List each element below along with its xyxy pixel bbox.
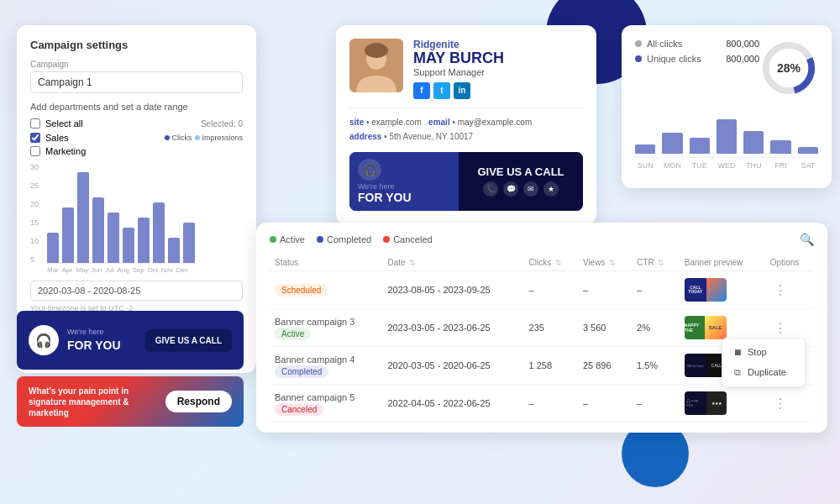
profile-banner-left: 🎧 We're here FOR YOU xyxy=(349,152,459,211)
ctr-cell: – xyxy=(632,271,680,309)
stop-option[interactable]: ⏹ Stop xyxy=(722,342,805,362)
bar-10 xyxy=(183,223,195,263)
impressions-badge: Impressions xyxy=(195,134,243,142)
date-cell: 2023-03-05 - 2023-06-25 xyxy=(382,309,523,347)
legend-active: Active xyxy=(270,234,305,244)
table-legend: Active Completed Canceled 🔍 xyxy=(270,233,814,246)
table-row: Scheduled 2023-08-05 - 2023-09-25 – – – … xyxy=(270,271,814,309)
status-cell: Scheduled xyxy=(270,271,382,309)
profile-avatar xyxy=(349,39,403,92)
bar-9 xyxy=(168,238,180,263)
canceled-label: Canceled xyxy=(393,234,432,244)
give-us-call-text: GIVE US A CALL xyxy=(477,165,564,178)
chart-y-labels: 30252015105 xyxy=(30,163,39,264)
status-badge: Active xyxy=(275,328,311,340)
select-all-label: Select all xyxy=(45,118,83,129)
col-date: Date ⇅ xyxy=(382,255,523,271)
col-options: Options xyxy=(765,255,814,271)
call-icon-3: ✉ xyxy=(523,181,538,197)
date-cell: 2020-03-05 - 2020-06-25 xyxy=(382,347,523,385)
profile-banner-right: GIVE US A CALL 📞 💬 ✉ ★ xyxy=(459,152,583,211)
profile-headset-icon: 🎧 xyxy=(358,159,381,181)
options-button[interactable]: ⋮ xyxy=(770,394,790,413)
table-search-icon[interactable]: 🔍 xyxy=(800,233,814,246)
chart-x-labels: MarAprMayJunJulAugSepOctNovDec xyxy=(47,266,181,274)
linkedin-icon[interactable]: in xyxy=(454,82,470,99)
bar-3 xyxy=(77,172,89,263)
analytics-card: All clicks 800,000 Unique clicks 800,000… xyxy=(622,25,832,188)
click-stats: All clicks 800,000 Unique clicks 800,000 xyxy=(635,39,759,69)
active-dot xyxy=(270,236,276,243)
status-badge: Scheduled xyxy=(275,284,328,297)
stop-label: Stop xyxy=(748,347,767,357)
a-bar-sun xyxy=(635,144,655,154)
bar-7 xyxy=(138,218,150,263)
bar-4 xyxy=(92,197,104,263)
day-fri: FRI xyxy=(770,161,790,170)
status-badge: Completed xyxy=(275,365,328,378)
twitter-icon[interactable]: t xyxy=(433,82,450,99)
options-dropdown: ⏹ Stop ⧉ Duplicate xyxy=(722,338,806,387)
campaign-name-input[interactable] xyxy=(30,71,243,93)
status-cell: Banner campaign 3 Active xyxy=(270,309,382,347)
bar-5 xyxy=(108,213,119,263)
a-bar-thu xyxy=(743,131,764,155)
clicks-cell: – xyxy=(524,385,578,423)
a-bar-sat xyxy=(798,147,818,154)
svg-point-2 xyxy=(365,43,388,58)
select-all-checkbox[interactable] xyxy=(30,118,40,129)
day-thu: THU xyxy=(743,161,764,170)
a-x-labels: SUN MON TUE WED THU FRI SAT xyxy=(635,161,818,170)
all-clicks-label: All clicks xyxy=(647,39,682,49)
col-clicks: Clicks ⇅ xyxy=(524,255,578,271)
unique-clicks-dot xyxy=(635,55,642,62)
date-range-input[interactable] xyxy=(30,281,243,301)
views-cell: – xyxy=(578,271,632,309)
banner-card-respond: What's your pain point in signature mana… xyxy=(17,376,244,427)
bar-6 xyxy=(123,228,134,263)
bar-1 xyxy=(47,233,59,263)
table-header-row: Status Date ⇅ Clicks ⇅ Views ⇅ CTR ⇅ Ban… xyxy=(270,255,814,271)
sales-dept-row: Sales Clicks Impressions xyxy=(30,133,243,143)
completed-label: Completed xyxy=(327,234,371,244)
options-cell: ⋮ ⏹ Stop ⧉ Duplicate xyxy=(765,309,814,347)
banner-text-block: We're here FOR YOU xyxy=(67,328,121,353)
status-cell: Banner campaign 5 Canceled xyxy=(270,385,382,423)
campaigns-table: Status Date ⇅ Clicks ⇅ Views ⇅ CTR ⇅ Ban… xyxy=(270,255,814,423)
headset-icon: 🎧 xyxy=(29,325,59,355)
marketing-checkbox[interactable] xyxy=(30,146,40,156)
sales-checkbox[interactable] xyxy=(30,133,40,143)
duplicate-option[interactable]: ⧉ Duplicate xyxy=(722,362,805,383)
give-us-call-btn: GIVE US A CALL xyxy=(145,329,232,352)
chart-bars xyxy=(47,163,195,264)
legend-completed: Completed xyxy=(317,234,371,244)
call-icon-1: 📞 xyxy=(483,181,498,197)
social-icons: f t in xyxy=(413,82,583,99)
banner-previews: 🎧 We're here FOR YOU GIVE US A CALL What… xyxy=(17,311,244,427)
profile-top: Ridgenite MAY BURCH Support Manager f t … xyxy=(349,39,583,99)
campaign-field-label: Campaign xyxy=(30,60,243,69)
duplicate-icon: ⧉ xyxy=(732,367,743,378)
clicks-badge: Clicks xyxy=(165,134,192,142)
address-val: 5th Avenue, NY 10017 xyxy=(389,132,473,141)
profile-name: MAY BURCH xyxy=(413,50,583,67)
options-button[interactable]: ⋮ xyxy=(770,318,790,338)
profile-info: Ridgenite MAY BURCH Support Manager f t … xyxy=(413,39,583,99)
donut-chart: 28% xyxy=(759,39,818,97)
preview-cell: 🎧 FOR YOU ★★★ xyxy=(680,385,765,423)
a-bar-mon xyxy=(662,133,682,154)
respond-btn[interactable]: Respond xyxy=(165,391,232,412)
pb-for-you: FOR YOU xyxy=(358,191,412,204)
profile-banner: 🎧 We're here FOR YOU GIVE US A CALL 📞 💬 … xyxy=(349,152,583,211)
options-button[interactable]: ⋮ xyxy=(770,281,790,300)
legend-canceled: Canceled xyxy=(383,234,432,244)
we-here-text: We're here xyxy=(67,328,121,338)
banner-card-give-us-call: 🎧 We're here FOR YOU GIVE US A CALL xyxy=(17,311,244,370)
clicks-cell: 235 xyxy=(524,309,578,347)
day-mon: MON xyxy=(662,161,682,170)
analytics-bars: SUN MON TUE WED THU FRI SAT xyxy=(635,108,818,170)
bar-2 xyxy=(62,207,74,263)
facebook-icon[interactable]: f xyxy=(413,82,430,99)
col-status: Status xyxy=(270,255,382,271)
clicks-cell: 1 258 xyxy=(524,347,578,385)
